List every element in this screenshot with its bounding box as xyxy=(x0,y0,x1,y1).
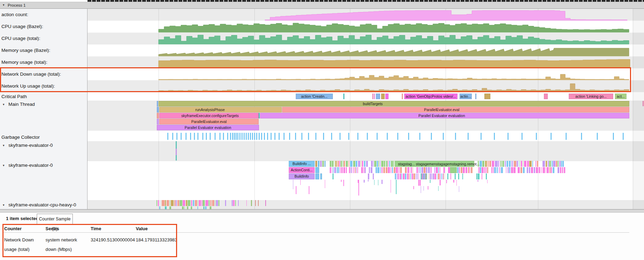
timeline-slice[interactable] xyxy=(382,167,383,173)
timeline-slice[interactable] xyxy=(514,161,516,167)
timeline-slice[interactable] xyxy=(443,173,444,179)
timeline-slice[interactable] xyxy=(191,206,192,209)
timeline-slice[interactable] xyxy=(416,173,417,179)
timeline-slice[interactable] xyxy=(447,173,448,179)
timeline-slice[interactable] xyxy=(511,167,513,173)
timeline-slice[interactable] xyxy=(318,161,320,167)
gc-event-tick[interactable] xyxy=(206,133,207,140)
timeline-slice[interactable] xyxy=(188,200,190,206)
timeline-slice[interactable] xyxy=(232,200,233,206)
timeline-slice[interactable]: skyframeExecutor.configureTargets xyxy=(159,113,259,118)
gc-event-tick[interactable] xyxy=(481,133,482,140)
timeline-slice[interactable] xyxy=(459,186,459,192)
gc-event-tick[interactable] xyxy=(468,133,469,140)
timeline-slice[interactable] xyxy=(215,200,216,206)
timeline-slice[interactable] xyxy=(409,173,410,179)
timeline-slice[interactable] xyxy=(424,173,425,179)
timeline-slice[interactable] xyxy=(332,173,334,179)
timeline-slice[interactable] xyxy=(463,167,465,173)
timeline-slice[interactable] xyxy=(394,167,396,173)
timeline-slice[interactable] xyxy=(156,200,157,206)
timeline-slice[interactable] xyxy=(332,161,334,167)
timeline-slice[interactable] xyxy=(509,167,510,173)
timeline-slice[interactable] xyxy=(330,167,331,173)
gc-event-tick[interactable] xyxy=(219,133,220,140)
timeline-slice[interactable] xyxy=(482,161,484,167)
gc-event-tick[interactable] xyxy=(551,133,552,140)
gc-event-tick[interactable] xyxy=(597,133,598,140)
timeline-slice[interactable] xyxy=(501,167,503,173)
timeline-slice[interactable] xyxy=(498,161,499,167)
gc-event-tick[interactable] xyxy=(494,133,495,140)
timeline-slice[interactable] xyxy=(419,173,419,179)
timeline-slice[interactable] xyxy=(324,161,326,167)
timeline-slice[interactable] xyxy=(480,167,481,173)
gc-event-tick[interactable] xyxy=(197,133,198,140)
timeline-slice[interactable] xyxy=(210,206,211,209)
timeline-slice[interactable] xyxy=(456,180,457,186)
timeline-slice[interactable] xyxy=(393,161,394,167)
timeline-slice[interactable] xyxy=(238,200,239,206)
timeline-slice[interactable] xyxy=(320,161,322,167)
timeline-slice[interactable] xyxy=(391,167,391,173)
gc-event-tick[interactable] xyxy=(261,133,262,140)
gc-event-tick[interactable] xyxy=(613,133,614,140)
timeline-slice[interactable] xyxy=(561,161,562,167)
timeline-slice[interactable] xyxy=(361,167,363,173)
section-skyframe-evaluator-0-b[interactable]: skyframe-evaluator-0 xyxy=(8,162,53,169)
timeline-slice[interactable] xyxy=(537,161,539,167)
timeline-slice[interactable] xyxy=(523,167,525,173)
timeline-slice[interactable] xyxy=(191,200,192,206)
timeline-slice[interactable] xyxy=(315,161,317,167)
timeline-slice[interactable] xyxy=(373,173,374,179)
timeline-slice[interactable] xyxy=(343,167,345,173)
timeline-slice[interactable] xyxy=(193,200,194,206)
timeline-slice[interactable] xyxy=(344,161,345,167)
panel-splitter[interactable] xyxy=(0,209,644,213)
gc-event-tick[interactable] xyxy=(244,133,245,140)
timeline-slice[interactable] xyxy=(233,200,234,206)
timeline-slice[interactable] xyxy=(203,206,205,209)
timeline-slice[interactable] xyxy=(542,167,542,173)
timeline-slice[interactable] xyxy=(386,161,387,167)
timeline-slice[interactable] xyxy=(491,167,492,173)
timeline-slice[interactable]: runAnalysisPhase xyxy=(159,107,282,112)
timeline-slice[interactable] xyxy=(462,173,463,179)
timeline-slice[interactable] xyxy=(411,167,412,173)
timeline-slice[interactable] xyxy=(430,173,431,179)
timeline-slice[interactable] xyxy=(315,173,319,179)
timeline-slice[interactable] xyxy=(386,167,387,173)
timeline-slice[interactable] xyxy=(157,101,158,107)
timeline-slice[interactable] xyxy=(459,167,460,173)
timeline-slice[interactable]: action 'Linking go... xyxy=(569,94,613,99)
timeline-slice[interactable] xyxy=(346,161,348,167)
timeline-slice[interactable] xyxy=(157,119,159,124)
counter-chart-memory-usage-total-[interactable] xyxy=(0,56,644,68)
timeline-slice[interactable] xyxy=(341,180,342,182)
timeline-slice[interactable]: BuildInfo ... xyxy=(289,161,315,167)
timeline-slice[interactable] xyxy=(509,161,511,167)
timeline-slice[interactable] xyxy=(426,167,427,173)
gc-event-tick[interactable] xyxy=(202,133,203,140)
timeline-slice[interactable] xyxy=(531,167,533,173)
timeline-slice[interactable] xyxy=(403,173,404,179)
timeline-slice[interactable] xyxy=(157,107,159,112)
timeline-slice[interactable] xyxy=(440,180,441,185)
gc-event-tick[interactable] xyxy=(331,133,332,140)
timeline-slice[interactable] xyxy=(293,180,293,189)
timeline-slice[interactable] xyxy=(335,161,337,167)
timeline-slice[interactable]: ActionConti... xyxy=(289,167,315,173)
timeline-slice[interactable] xyxy=(498,167,499,173)
gc-event-tick[interactable] xyxy=(264,133,265,140)
timeline-slice[interactable] xyxy=(309,186,309,194)
timeline-slice[interactable] xyxy=(197,206,198,209)
timeline-slice[interactable] xyxy=(255,200,256,206)
timeline-slice[interactable] xyxy=(542,161,545,167)
gc-event-tick[interactable] xyxy=(176,133,177,140)
timeline-slice[interactable] xyxy=(395,173,396,179)
timeline-slice[interactable] xyxy=(468,167,469,173)
timeline-slice[interactable] xyxy=(170,200,170,206)
gc-event-tick[interactable] xyxy=(348,133,349,140)
timeline-slice[interactable] xyxy=(364,161,365,167)
counter-chart-cpu-usage-bazel-[interactable] xyxy=(0,21,644,33)
